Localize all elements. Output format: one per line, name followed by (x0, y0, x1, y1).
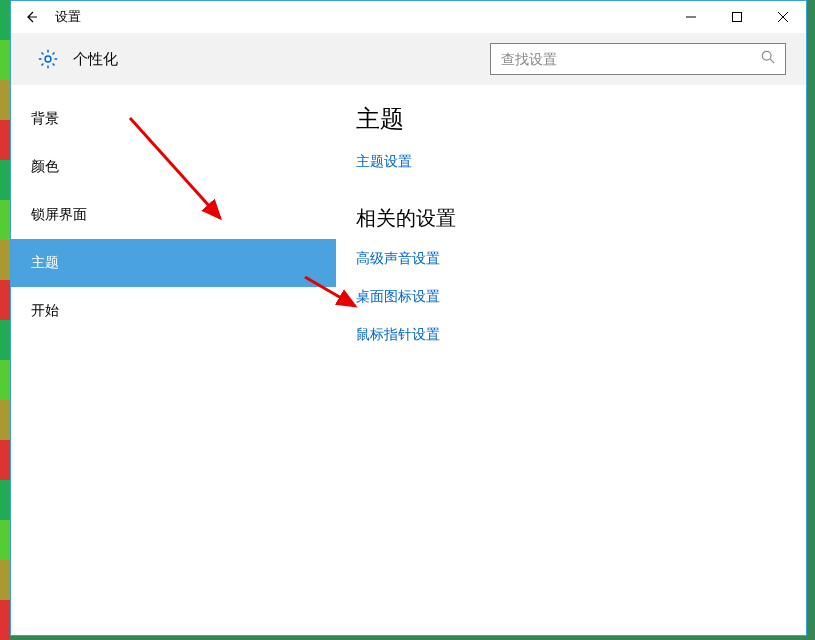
sidebar-item-colors[interactable]: 颜色 (11, 143, 336, 191)
search-input[interactable] (501, 51, 761, 67)
search-icon (761, 50, 775, 68)
minimize-icon (686, 12, 696, 22)
back-button[interactable] (11, 1, 51, 33)
window-controls (668, 1, 806, 33)
search-box[interactable] (490, 43, 786, 75)
window-body: 背景 颜色 锁屏界面 主题 开始 主题 主题设置 相关的设置 高级声音设置 桌面… (11, 85, 806, 635)
theme-settings-link[interactable]: 主题设置 (356, 153, 786, 171)
svg-point-1 (45, 56, 51, 62)
titlebar: 设置 (11, 1, 806, 33)
close-icon (778, 12, 788, 22)
header-bar: 个性化 (11, 33, 806, 85)
sidebar: 背景 颜色 锁屏界面 主题 开始 (11, 85, 336, 635)
minimize-button[interactable] (668, 1, 714, 33)
related-link-advanced-sound[interactable]: 高级声音设置 (356, 250, 786, 268)
sidebar-item-lockscreen[interactable]: 锁屏界面 (11, 191, 336, 239)
svg-rect-0 (733, 13, 742, 22)
related-link-mouse-pointer[interactable]: 鼠标指针设置 (356, 326, 786, 344)
gear-icon (37, 48, 59, 70)
sidebar-item-themes[interactable]: 主题 (11, 239, 336, 287)
maximize-button[interactable] (714, 1, 760, 33)
related-settings-heading: 相关的设置 (356, 205, 786, 232)
settings-window: 设置 个性化 (10, 0, 807, 636)
desktop-background-strip (0, 0, 10, 640)
sidebar-item-start[interactable]: 开始 (11, 287, 336, 335)
related-link-desktop-icons[interactable]: 桌面图标设置 (356, 288, 786, 306)
close-button[interactable] (760, 1, 806, 33)
svg-point-2 (762, 51, 771, 60)
section-title: 个性化 (73, 50, 118, 69)
arrow-left-icon (23, 9, 39, 25)
content-pane: 主题 主题设置 相关的设置 高级声音设置 桌面图标设置 鼠标指针设置 (336, 85, 806, 635)
sidebar-item-background[interactable]: 背景 (11, 95, 336, 143)
maximize-icon (732, 12, 742, 22)
content-heading: 主题 (356, 103, 786, 135)
window-title: 设置 (55, 8, 81, 26)
